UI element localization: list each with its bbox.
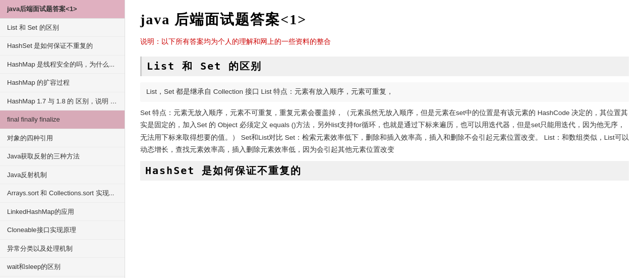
sidebar-item-final[interactable]: final finally finalize [0, 110, 125, 129]
sidebar-item-hashmap-17-18[interactable]: HashMap 1.7 与 1.8 的 区别，说明 1... [0, 92, 125, 111]
subtitle: 说明：以下所有答案均为个人的理解和网上的一些资料的整合 [140, 37, 629, 46]
section1-para: Set 特点：元素无放入顺序，元素不可重复，重复元素会覆盖掉，（元素虽然无放入顺… [140, 107, 629, 156]
sidebar-item-exception[interactable]: 异常分类以及处理机制 [0, 240, 125, 258]
sidebar-item-hashmap-expand[interactable]: HashMap 的扩容过程 [0, 74, 125, 92]
sidebar-item-hashmap-thread[interactable]: HashMap 是线程安全的吗，为什么... [0, 55, 125, 74]
sidebar-item-cloneable[interactable]: Cloneable接口实现原理 [0, 221, 125, 240]
section1-block1: List，Set 都是继承自 Collection 接口 List 特点：元素有… [140, 82, 629, 102]
sidebar-item-reflect-3[interactable]: Java获取反射的三种方法 [0, 147, 125, 166]
sidebar-item-reflect[interactable]: Java反射机制 [0, 166, 125, 185]
sidebar-item-arrays-sort[interactable]: Arrays.sort 和 Collections.sort 实现... [0, 184, 125, 203]
sidebar-header[interactable]: java后端面试题答案<1> [0, 0, 125, 19]
sidebar-item-hashset[interactable]: HashSet 是如何保证不重复的 [0, 37, 125, 55]
section2-title: HashSet 是如何保证不重复的 [140, 161, 629, 181]
sidebar-item-linkedhashmap[interactable]: LinkedHashMap的应用 [0, 203, 125, 221]
main-content: java 后端面试题答案<1> 说明：以下所有答案均为个人的理解和网上的一些资料… [125, 0, 644, 278]
sidebar-items-container: List 和 Set 的区别HashSet 是如何保证不重复的HashMap 是… [0, 19, 125, 279]
page-title: java 后端面试题答案<1> [140, 10, 629, 29]
section1-title: List 和 Set 的区别 [140, 57, 629, 76]
sidebar-item-array-memory[interactable]: 数组在内存中如何分配 [0, 276, 125, 279]
sidebar-item-wait-sleep[interactable]: wait和sleep的区别 [0, 258, 125, 276]
sidebar-item-list-set[interactable]: List 和 Set 的区别 [0, 19, 125, 37]
sidebar: java后端面试题答案<1> List 和 Set 的区别HashSet 是如何… [0, 0, 125, 278]
sidebar-item-reference[interactable]: 对象的四种引用 [0, 129, 125, 148]
